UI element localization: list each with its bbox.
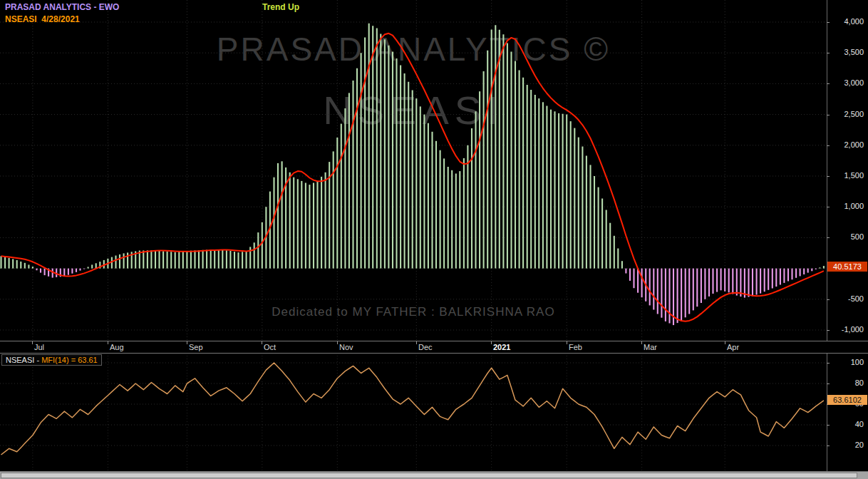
ewo-axis-tick-mark — [827, 330, 830, 331]
ewo-axis-tick-label: 500 — [830, 232, 864, 241]
mfi-axis-tick-label: 80 — [830, 378, 864, 387]
x-axis-month-label: Apr — [727, 343, 739, 351]
x-axis-month-label: Sep — [189, 343, 203, 351]
ewo-axis-tick-label: 3,500 — [830, 48, 864, 56]
ewo-axis-tick-mark — [827, 207, 830, 207]
ewo-axis-tick-label: -1,000 — [830, 325, 864, 334]
x-axis-tick-mark — [725, 341, 725, 344]
mfi-axis-tick-mark — [827, 425, 830, 426]
x-axis-tick-mark — [491, 341, 492, 344]
chart-title: PRASAD ANALYTICS - EWO — [5, 2, 119, 12]
horizontal-scrollbar[interactable] — [0, 472, 868, 479]
ewo-axis-tick-label: -500 — [830, 294, 864, 303]
symbol-date-label: NSEASI 4/28/2021 — [5, 14, 80, 24]
ewo-axis-tick-mark — [827, 115, 830, 115]
x-axis-month-label: Oct — [264, 343, 276, 351]
x-axis-month-label: 2021 — [493, 343, 510, 351]
mfi-indicator-text: MFI(14) = 63.61 — [41, 356, 98, 364]
ewo-histogram-plot[interactable] — [0, 0, 827, 341]
ewo-axis-tick-mark — [827, 53, 830, 53]
mfi-axis-tick-label: 20 — [830, 441, 864, 449]
charting-app-window: PRASAD ANALYTICS © NSEASI Dedicated to M… — [0, 0, 868, 479]
x-axis-tick-mark — [641, 341, 642, 344]
ewo-axis-tick-mark — [827, 176, 830, 177]
mfi-axis-tick-label: 40 — [830, 420, 864, 428]
mfi-last-value-label: 63.6102 — [827, 395, 867, 405]
x-axis-month-label: Aug — [110, 343, 124, 351]
x-axis-month-label: Dec — [418, 343, 433, 351]
x-axis-tick-mark — [416, 341, 417, 344]
scrollbar-thumb[interactable] — [1, 473, 857, 478]
ewo-axis-tick-label: 3,000 — [830, 78, 864, 87]
mfi-axis-tick-mark — [827, 445, 830, 446]
mfi-line-plot[interactable] — [0, 353, 827, 471]
ewo-axis-tick-mark — [827, 83, 830, 84]
x-axis-tick-mark — [262, 341, 262, 344]
ewo-last-value-label: 40.5173 — [827, 262, 867, 272]
x-axis-tick-mark — [187, 341, 187, 344]
x-axis-month-label: Feb — [569, 343, 582, 351]
ewo-axis-tick-label: 4,000 — [830, 17, 864, 26]
ewo-axis-tick-label: 2,500 — [830, 110, 864, 118]
x-axis-tick-mark — [567, 341, 567, 344]
ewo-axis-tick-mark — [827, 237, 830, 238]
x-axis-month-label: Nov — [339, 343, 353, 351]
x-axis-month-label: Mar — [644, 343, 657, 351]
ewo-axis-tick-label: 2,000 — [830, 140, 864, 149]
x-axis-strip: JulAugSepOctNovDec2021FebMarApr — [0, 341, 868, 354]
ewo-axis-tick-label: 1,000 — [830, 202, 864, 210]
ewo-axis-tick-mark — [827, 299, 830, 300]
mfi-axis-tick-mark — [827, 383, 830, 384]
trend-status-label: Trend Up — [262, 2, 299, 12]
ewo-axis-tick-mark — [827, 145, 830, 146]
ewo-axis-tick-mark — [827, 22, 830, 23]
x-axis-tick-mark — [337, 341, 338, 344]
ewo-axis-tick-label: 1,500 — [830, 171, 864, 180]
mfi-symbol-text: NSEASI — [6, 356, 34, 364]
x-axis-tick-mark — [108, 341, 108, 344]
x-axis-month-label: Jul — [34, 343, 44, 351]
mfi-axis-tick-label: 100 — [830, 358, 864, 366]
mfi-axis-tick-mark — [827, 363, 830, 364]
mfi-panel-label: NSEASI - MFI(14) = 63.61 — [1, 354, 102, 366]
x-axis-tick-mark — [32, 341, 33, 344]
mfi-separator-text: - — [34, 356, 41, 364]
